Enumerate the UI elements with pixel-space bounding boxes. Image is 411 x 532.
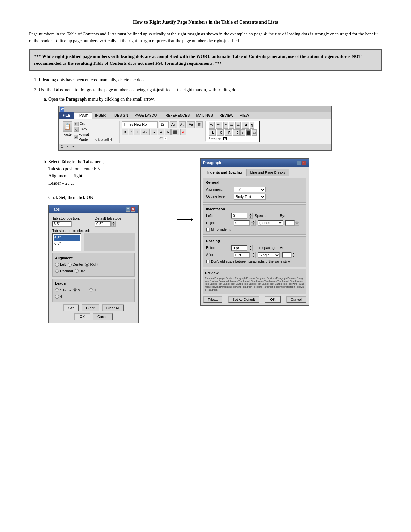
before-up[interactable]: ▲ xyxy=(249,245,253,248)
help-icon[interactable]: ? xyxy=(126,207,130,212)
dont-add-space-checkbox[interactable] xyxy=(206,260,210,263)
decrease-indent-button[interactable]: ⇐ xyxy=(229,122,234,129)
special-select[interactable]: (none) xyxy=(258,220,283,226)
right-up[interactable]: ▲ xyxy=(251,220,256,223)
ok-button[interactable]: OK xyxy=(74,313,90,320)
left-down[interactable]: ▼ xyxy=(249,216,253,219)
by-input[interactable] xyxy=(285,220,295,226)
copy-button[interactable]: ⧉ Copy xyxy=(74,127,90,132)
leader-none-radio[interactable]: 1 None xyxy=(55,288,71,293)
superscript-button[interactable]: x² xyxy=(158,129,164,136)
font-expand-icon[interactable]: ↗ xyxy=(164,137,167,140)
font-color-button[interactable]: A xyxy=(180,129,186,136)
leader-2-radio[interactable]: 2 ...... xyxy=(73,288,87,293)
bullets-button[interactable]: ≡• xyxy=(209,122,215,129)
tab-references[interactable]: REFERENCES xyxy=(162,112,193,119)
at-input[interactable] xyxy=(282,252,292,258)
right-down[interactable]: ▼ xyxy=(251,223,256,226)
para-close-icon[interactable]: ✕ xyxy=(302,161,306,165)
align-right-button[interactable]: ≡R xyxy=(225,129,232,136)
para-tabs-button[interactable]: Tabs... xyxy=(203,296,222,303)
spinner-down[interactable]: ▼ xyxy=(111,224,116,227)
increase-indent-button[interactable]: ⇒ xyxy=(235,122,241,129)
para-help-icon[interactable]: ? xyxy=(297,161,301,165)
paste-button[interactable]: 📋 Paste xyxy=(63,121,72,137)
listbox-item-1[interactable]: 6.5" xyxy=(54,235,80,241)
align-bar-radio[interactable]: Bar xyxy=(75,268,85,274)
at-down[interactable]: ▼ xyxy=(291,255,296,258)
align-right-radio[interactable]: Right xyxy=(85,262,98,267)
close-icon[interactable]: ✕ xyxy=(131,207,135,212)
leader-4-radio[interactable]: 4 xyxy=(55,294,62,299)
strikethrough-button[interactable]: abc xyxy=(141,129,150,136)
highlight-button[interactable]: ⬛ xyxy=(171,129,179,136)
para-ok-button[interactable]: OK xyxy=(265,296,281,303)
tab-home[interactable]: HOME xyxy=(74,112,92,119)
subscript-button[interactable]: x₂ xyxy=(151,129,157,136)
paragraph-expand-icon[interactable]: ↗ xyxy=(223,137,227,140)
para-tab-indents[interactable]: Indents and Spacing xyxy=(203,169,246,176)
para-set-default-button[interactable]: Set As Default xyxy=(228,296,259,303)
change-case-button[interactable]: Aa xyxy=(187,121,194,128)
set-button[interactable]: Set xyxy=(63,304,79,311)
para-cancel-button[interactable]: Cancel xyxy=(286,296,306,303)
tab-stop-input[interactable] xyxy=(52,221,72,227)
right-indent-input[interactable] xyxy=(234,220,250,226)
tab-design[interactable]: DESIGN xyxy=(111,112,131,119)
default-tab-input[interactable] xyxy=(95,221,111,227)
align-left-radio[interactable]: Left xyxy=(55,262,66,267)
format-painter-button[interactable]: 🖌 Format Painter xyxy=(74,132,90,142)
listbox-item-2[interactable]: 6.5" xyxy=(54,241,80,247)
tab-review[interactable]: REVIEW xyxy=(216,112,237,119)
tab-insert[interactable]: INSERT xyxy=(92,112,111,119)
line-spacing-button[interactable]: ↕ xyxy=(240,129,245,136)
align-center-button[interactable]: ≡C xyxy=(217,129,224,136)
tab-file[interactable]: FILE xyxy=(59,112,74,119)
cut-button[interactable]: ✂ Cut xyxy=(74,121,90,126)
show-marks-button[interactable]: ¶ xyxy=(250,122,254,129)
italic-button[interactable]: I xyxy=(129,129,133,136)
before-down[interactable]: ▼ xyxy=(249,248,253,251)
grow-font-button[interactable]: A↑ xyxy=(170,121,177,128)
shading-button[interactable]: ▓ xyxy=(246,129,251,136)
para-tab-line-breaks[interactable]: Line and Page Breaks xyxy=(246,169,289,176)
tab-view[interactable]: VIEW xyxy=(237,112,252,119)
clear-all-button[interactable]: Clear All xyxy=(102,304,124,311)
by-down[interactable]: ▼ xyxy=(295,223,299,226)
after-up[interactable]: ▲ xyxy=(251,252,256,255)
justify-button[interactable]: ≡J xyxy=(233,129,240,136)
align-center-radio[interactable]: Center xyxy=(68,262,83,267)
numbering-button[interactable]: ≡1 xyxy=(216,122,222,129)
multilevel-button[interactable]: ≡ xyxy=(223,122,228,129)
text-effects-button[interactable]: A xyxy=(165,129,171,136)
tab-stops-listbox[interactable]: 6.5" 6.5" xyxy=(52,233,81,251)
at-up[interactable]: ▲ xyxy=(291,252,296,255)
clipboard-expand-icon[interactable]: ↗ xyxy=(108,138,112,141)
leader-3-radio[interactable]: 3 ------ xyxy=(89,288,104,293)
clear-format-button[interactable]: 🗑 xyxy=(196,121,203,128)
cancel-button[interactable]: Cancel xyxy=(93,313,113,320)
left-indent-input[interactable] xyxy=(231,213,247,219)
clear-button[interactable]: Clear xyxy=(82,304,99,311)
tab-page-layout[interactable]: PAGE LAYOUT xyxy=(131,112,162,119)
line-spacing-select[interactable]: Single xyxy=(258,252,280,258)
underline-button[interactable]: U xyxy=(134,129,140,136)
mirror-indent-checkbox[interactable] xyxy=(206,228,210,232)
align-decimal-radio[interactable]: Decimal xyxy=(55,268,73,274)
borders-button[interactable]: □ xyxy=(252,129,257,136)
outline-select[interactable]: Body Text xyxy=(234,194,266,200)
shrink-font-button[interactable]: A↓ xyxy=(179,121,186,128)
bold-button[interactable]: B xyxy=(122,129,128,136)
before-input[interactable] xyxy=(231,245,247,251)
by-up[interactable]: ▲ xyxy=(295,220,299,223)
font-name-selector[interactable]: Times New Ro xyxy=(122,121,158,128)
after-input[interactable] xyxy=(234,252,250,258)
spinner-up[interactable]: ▲ xyxy=(111,221,116,224)
tab-mailings[interactable]: MAILINGS xyxy=(193,112,216,119)
sort-button[interactable]: ↕A xyxy=(242,122,249,129)
font-size-selector[interactable]: 12 xyxy=(159,121,169,128)
after-down[interactable]: ▼ xyxy=(251,255,256,258)
align-left-button[interactable]: ≡L xyxy=(209,129,216,136)
alignment-select[interactable]: Left xyxy=(234,187,266,192)
left-up[interactable]: ▲ xyxy=(249,213,253,216)
